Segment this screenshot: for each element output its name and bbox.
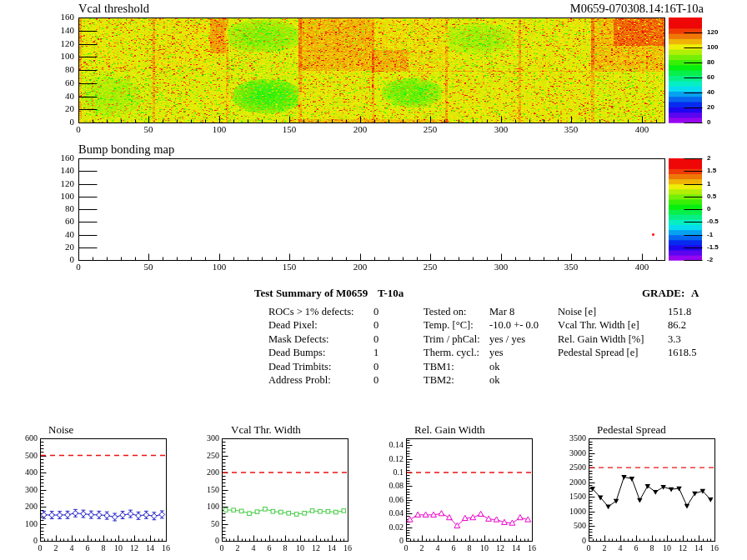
summary-label-tbm1: TBM1: bbox=[424, 362, 454, 373]
vcal-map-title: Vcal threshold bbox=[78, 2, 149, 16]
summary-label-temp: Temp. [°C]: bbox=[424, 320, 474, 332]
summary-label-tbm2: TBM2: bbox=[424, 375, 454, 387]
summary-value-vcal-width: 86.2 bbox=[668, 320, 686, 332]
pedestal-plot-title: Pedestal Spread bbox=[597, 424, 666, 436]
summary-value-temp: -10.0 +- 0.0 bbox=[489, 320, 539, 332]
summary-label-vcal-width: Vcal Thr. Width [e] bbox=[558, 320, 639, 332]
summary-value-pedestal: 1618.5 bbox=[668, 348, 696, 359]
module-id-title: M0659-070308.14:16T-10a bbox=[570, 2, 704, 16]
summary-value-therm-cycl: yes bbox=[489, 348, 504, 359]
summary-label-noise: Noise [e] bbox=[558, 307, 596, 318]
summary-label-therm-cycl: Therm. cycl.: bbox=[424, 348, 479, 359]
summary-value-address-probl: 0 bbox=[374, 375, 379, 387]
summary-value-mask-defects: 0 bbox=[374, 334, 379, 346]
summary-value-dead-pixel: 0 bbox=[374, 320, 379, 332]
grade-value: A bbox=[691, 288, 699, 299]
summary-value-rel-gain: 3.3 bbox=[668, 334, 681, 346]
charts-canvas bbox=[0, 0, 747, 560]
summary-label-trim-phcal: Trim / phCal: bbox=[424, 334, 480, 346]
summary-label-mask-defects: Mask Defects: bbox=[268, 334, 329, 346]
summary-temp-grade: T-10a bbox=[378, 288, 404, 299]
summary-label-pedestal: Pedestal Spread [e] bbox=[558, 348, 639, 359]
summary-value-dead-bumps: 1 bbox=[374, 348, 379, 359]
summary-label-dead-bumps: Dead Bumps: bbox=[268, 348, 325, 359]
rel-gain-plot-title: Rel. Gain Width bbox=[414, 424, 485, 436]
summary-label-address-probl: Address Probl: bbox=[268, 375, 331, 387]
summary-label-dead-trimbits: Dead Trimbits: bbox=[268, 362, 331, 373]
summary-value-rocs-defects: 0 bbox=[374, 307, 379, 318]
summary-value-tbm1: ok bbox=[489, 362, 500, 373]
summary-title: Test Summary of M0659 bbox=[254, 288, 368, 299]
summary-value-dead-trimbits: 0 bbox=[374, 362, 379, 373]
summary-label-rel-gain: Rel. Gain Width [%] bbox=[558, 334, 644, 346]
vcal-width-plot-title: Vcal Thr. Width bbox=[231, 424, 301, 436]
summary-label-dead-pixel: Dead Pixel: bbox=[268, 320, 318, 332]
summary-label-tested-on: Tested on: bbox=[424, 307, 467, 318]
summary-value-tested-on: Mar 8 bbox=[489, 307, 514, 318]
grade-label: GRADE: bbox=[642, 288, 684, 299]
bump-map-title: Bump bonding map bbox=[78, 143, 174, 157]
noise-plot-title: Noise bbox=[48, 424, 73, 436]
summary-value-noise: 151.8 bbox=[668, 307, 691, 318]
summary-value-tbm2: ok bbox=[489, 375, 500, 387]
module-test-report: Vcal threshold M0659-070308.14:16T-10a B… bbox=[0, 0, 747, 560]
summary-value-trim-phcal: yes / yes bbox=[489, 334, 525, 346]
summary-label-rocs-defects: ROCs > 1% defects: bbox=[268, 307, 354, 318]
